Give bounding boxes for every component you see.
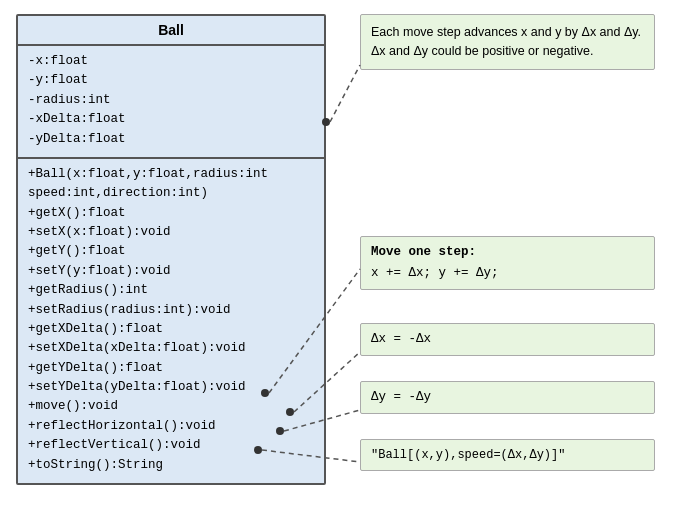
method-reflectv: +reflectVertical():void [28,436,314,455]
line-xdelta-to-note [330,65,360,122]
uml-methods-section: +Ball(x:float,y:float,radius:int speed:i… [18,159,324,483]
uml-fields-section: -x:float -y:float -radius:int -xDelta:fl… [18,46,324,159]
note-move-code: x += Δx; y += Δy; [371,264,644,283]
note-top-text: Each move step advances x and y by Δx an… [371,25,641,58]
method-setydelta: +setYDelta(yDelta:float):void [28,378,314,397]
method-constructor-1: +Ball(x:float,y:float,radius:int [28,165,314,184]
note-xdelta-annotation: Each move step advances x and y by Δx an… [360,14,655,70]
note-deltay: Δy = -Δy [360,381,655,414]
uml-class-box: Ball -x:float -y:float -radius:int -xDel… [16,14,326,485]
note-move-title: Move one step: [371,243,644,262]
class-title: Ball [18,16,324,46]
method-setradius: +setRadius(radius:int):void [28,301,314,320]
field-y: -y:float [28,71,314,90]
note-deltax-code: Δx = -Δx [371,330,644,349]
method-getx: +getX():float [28,204,314,223]
method-reflecth: +reflectHorizontal():void [28,417,314,436]
method-setxdelta: +setXDelta(xDelta:float):void [28,339,314,358]
field-radius: -radius:int [28,91,314,110]
method-gety: +getY():float [28,242,314,261]
method-getydelta: +getYDelta():float [28,359,314,378]
field-xdelta: -xDelta:float [28,110,314,129]
method-constructor-2: speed:int,direction:int) [28,184,314,203]
field-ydelta: -yDelta:float [28,130,314,149]
note-tostring-code: "Ball[(x,y),speed=(Δx,Δy)]" [371,446,644,464]
method-getradius: +getRadius():int [28,281,314,300]
method-setx: +setX(x:float):void [28,223,314,242]
note-deltax: Δx = -Δx [360,323,655,356]
method-getxdelta: +getXDelta():float [28,320,314,339]
note-tostring: "Ball[(x,y),speed=(Δx,Δy)]" [360,439,655,471]
method-sety: +setY(y:float):void [28,262,314,281]
method-move: +move():void [28,397,314,416]
note-move-step: Move one step: x += Δx; y += Δy; [360,236,655,290]
note-deltay-code: Δy = -Δy [371,388,644,407]
field-x: -x:float [28,52,314,71]
method-tostring: +toString():String [28,456,314,475]
diagram-container: Ball -x:float -y:float -radius:int -xDel… [0,0,679,527]
